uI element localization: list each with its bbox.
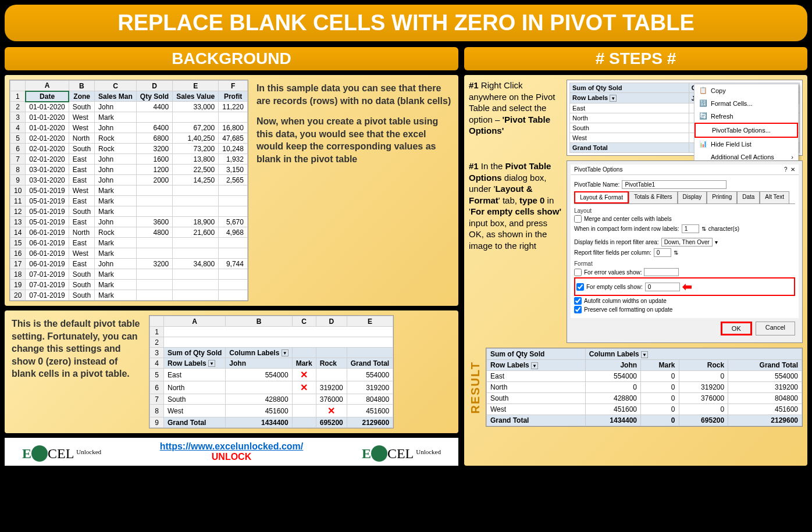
footer: ECEL Unlocked https://www.excelunlocked.… [5, 438, 458, 466]
preserve-checkbox[interactable] [574, 306, 582, 313]
result-label: RESULT [469, 361, 482, 414]
source-data-table: ABCDEF1DateZoneSales ManQty SoldSales Va… [9, 80, 248, 301]
dialog-tabs: Layout & Format Totals & Filters Display… [574, 191, 795, 204]
pivottable-options-dialog: PivotTable Options ? ✕ PivotTable Name: … [567, 160, 803, 343]
context-menu-screenshot: Sum of Qty SoldColumn Labels Row Labels … [567, 80, 803, 156]
spinner-icon[interactable]: ⇅ [701, 226, 706, 232]
default-pivot-table: ABCDE123Sum of Qty SoldColumn Labels ▼4R… [149, 315, 394, 429]
page-title: REPLACE BLANK CELLS WITH ZERO IN PIVOT T… [5, 5, 807, 41]
report-filter-input[interactable]: 0 [654, 248, 671, 257]
menu-hide-field-list[interactable]: 📊Hide Field List [695, 138, 798, 151]
menu-copy[interactable]: 📋Copy [695, 84, 798, 97]
steps-panel: #1 Right Click anywhere on the Pivot Tab… [464, 75, 807, 466]
website-link[interactable]: https://www.excelunlocked.com/ [160, 441, 304, 451]
copy-icon: 📋 [699, 87, 707, 95]
tab-printing[interactable]: Printing [707, 191, 737, 203]
background-panel: ABCDEF1DateZoneSales ManQty SoldSales Va… [5, 75, 458, 306]
tab-layout-format[interactable]: Layout & Format [574, 191, 629, 203]
ok-button[interactable]: OK [721, 322, 752, 335]
magnifier-icon [371, 445, 387, 462]
format-section-label: Format [574, 260, 795, 267]
step1-text: #1 Right Click anywhere on the Pivot Tab… [469, 80, 562, 156]
empty-cells-checkbox[interactable] [576, 283, 584, 291]
list-icon: 📊 [699, 140, 707, 148]
error-values-checkbox[interactable] [574, 269, 582, 276]
pivottable-name-input[interactable]: PivotTable1 [622, 180, 726, 189]
steps-header: # STEPS # [464, 47, 807, 70]
menu-refresh[interactable]: 🔄Refresh [695, 110, 798, 123]
display-fields-select[interactable]: Down, Then Over [661, 238, 713, 247]
background-header: BACKGROUND [5, 47, 458, 70]
unlock-label: UNLOCK [212, 452, 251, 462]
logo-right: ECEL Unlocked [362, 442, 441, 462]
name-label: PivotTable Name: [574, 181, 619, 188]
tab-data[interactable]: Data [737, 191, 760, 203]
default-setting-text: This is the default pivot table setting.… [9, 315, 143, 383]
default-pivot-panel: This is the default pivot table setting.… [5, 310, 458, 433]
display-fields-label: Display fields in report filter area: [574, 239, 659, 245]
cancel-button[interactable]: Cancel [756, 322, 795, 335]
step2-text: #1 In the Pivot Table Options dialog box… [469, 160, 562, 343]
autofit-checkbox[interactable] [574, 297, 582, 305]
report-filter-label: Report filter fields per column: [574, 249, 651, 256]
dropdown-icon[interactable]: ▼ [610, 95, 617, 102]
tab-alt-text[interactable]: Alt Text [760, 191, 789, 203]
help-icon[interactable]: ? [784, 166, 788, 173]
indent-label: When in compact form indent row labels: [574, 226, 679, 232]
background-description: In this sample data you can see that the… [254, 80, 454, 301]
tab-display[interactable]: Display [678, 191, 707, 203]
format-icon: 🔢 [699, 99, 707, 108]
chevron-right-icon: › [791, 153, 793, 160]
error-values-input[interactable] [644, 268, 679, 276]
arrow-left-icon: ⬅ [682, 280, 692, 294]
spinner-icon[interactable]: ⇅ [674, 249, 678, 256]
logo-left: ECEL Unlocked [22, 442, 101, 462]
menu-pivottable-options[interactable]: PivotTable Options... [695, 123, 798, 138]
menu-format-cells[interactable]: 🔢Format Cells... [695, 97, 798, 110]
tab-totals-filters[interactable]: Totals & Filters [629, 191, 678, 203]
result-pivot-table: Sum of Qty SoldColumn Labels ▼Row Labels… [486, 348, 803, 427]
merge-checkbox[interactable] [574, 215, 582, 223]
dialog-title: PivotTable Options [574, 166, 622, 173]
magnifier-icon [31, 445, 48, 462]
indent-input[interactable]: 1 [682, 224, 699, 233]
dropdown-icon[interactable]: ▾ [715, 239, 718, 245]
empty-cells-input[interactable]: 0 [645, 283, 680, 291]
layout-section-label: Layout [574, 208, 795, 214]
context-menu: 📋Copy 🔢Format Cells... 🔄Refresh PivotTab… [694, 84, 799, 164]
refresh-icon: 🔄 [699, 112, 707, 120]
close-icon[interactable]: ✕ [790, 166, 795, 173]
